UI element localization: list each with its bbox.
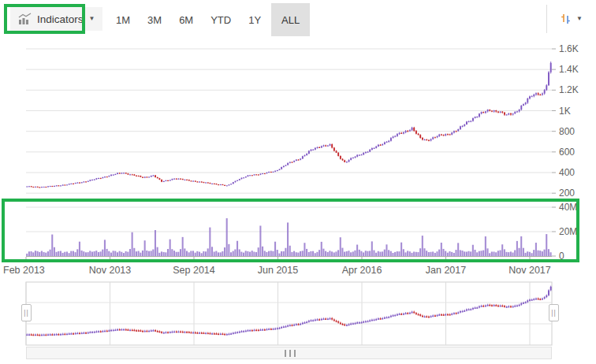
navigator-scrollbar[interactable] — [26, 347, 552, 359]
svg-text:40M: 40M — [559, 202, 577, 213]
range-button-1m[interactable]: 1M — [109, 3, 137, 36]
svg-text:1.2K: 1.2K — [559, 84, 579, 95]
range-button-1y[interactable]: 1Y — [241, 3, 268, 36]
svg-text:1.6K: 1.6K — [559, 43, 579, 54]
range-button-all[interactable]: ALL — [271, 3, 310, 36]
toolbar-divider — [546, 5, 547, 33]
svg-text:Jan 2017: Jan 2017 — [426, 265, 466, 276]
svg-text:Sep 2014: Sep 2014 — [173, 265, 215, 276]
scrollbar-grip[interactable] — [285, 350, 296, 357]
indicators-label: Indicators — [37, 13, 84, 25]
svg-text:Feb 2013: Feb 2013 — [3, 265, 45, 276]
svg-text:Apr 2016: Apr 2016 — [342, 265, 382, 276]
stock-chart[interactable]: 1.6K1.4K1.2K1K80060040020040M20M0Feb 201… — [0, 0, 596, 364]
range-button-ytd[interactable]: YTD — [203, 3, 238, 36]
price-grid: 1.6K1.4K1.2K1K800600400200 — [26, 43, 579, 199]
chart-toolbar: Indicators ▼ 1M 3M 6M YTD 1Y ALL ▼ — [0, 0, 596, 39]
svg-text:200: 200 — [559, 188, 575, 199]
bar-chart-icon — [18, 13, 32, 25]
navigator-right-handle[interactable]: || — [549, 304, 559, 321]
range-button-3m[interactable]: 3M — [140, 3, 169, 36]
navigator-left-handle[interactable]: || — [21, 304, 32, 321]
svg-text:Nov 2013: Nov 2013 — [89, 265, 132, 276]
svg-text:0: 0 — [559, 251, 564, 262]
indicators-button[interactable]: Indicators ▼ — [10, 7, 102, 31]
series-type-icon — [560, 13, 572, 25]
range-selector: 1M 3M 6M YTD 1Y ALL — [107, 3, 311, 36]
svg-text:20M: 20M — [559, 226, 577, 237]
svg-text:Nov 2017: Nov 2017 — [508, 265, 551, 276]
caret-down-icon: ▼ — [89, 16, 95, 22]
svg-text:800: 800 — [559, 126, 575, 137]
series-type-button[interactable]: ▼ — [555, 7, 587, 31]
x-axis: Feb 2013Nov 2013Sep 2014Jun 2015Apr 2016… — [3, 257, 551, 276]
navigator-candles — [26, 286, 551, 336]
svg-text:1K: 1K — [559, 106, 571, 117]
navigator-pane[interactable] — [26, 282, 552, 345]
range-button-6m[interactable]: 6M — [172, 3, 200, 36]
price-candles[interactable] — [26, 61, 551, 188]
stock-chart-app: 1.6K1.4K1.2K1K80060040020040M20M0Feb 201… — [0, 0, 596, 364]
svg-text:1.4K: 1.4K — [559, 64, 579, 75]
caret-down-icon: ▼ — [576, 16, 583, 22]
svg-text:Jun 2015: Jun 2015 — [258, 265, 298, 276]
svg-text:400: 400 — [559, 167, 575, 178]
svg-text:600: 600 — [559, 147, 575, 158]
volume-bars[interactable] — [26, 218, 552, 256]
